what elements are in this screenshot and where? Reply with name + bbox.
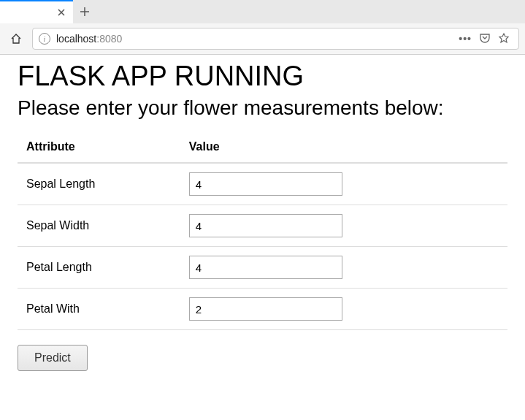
reader-pocket-icon[interactable]: [479, 32, 491, 46]
page-actions-icon[interactable]: •••: [459, 33, 472, 45]
tab-bar: [0, 0, 525, 23]
sepal-length-input[interactable]: [189, 172, 342, 196]
attr-label: Petal With: [18, 289, 180, 330]
attr-label: Sepal Width: [18, 205, 180, 247]
table-row: Sepal Width: [18, 205, 507, 247]
home-button[interactable]: [6, 28, 26, 49]
sepal-width-input[interactable]: [189, 214, 342, 237]
attr-label: Sepal Length: [18, 163, 180, 205]
page-content: FLASK APP RUNNING Please enter your flow…: [0, 61, 525, 371]
url-text: localhost:8080: [56, 33, 122, 45]
new-tab-button[interactable]: [73, 0, 96, 23]
table-row: Petal Length: [18, 247, 507, 289]
col-value: Value: [180, 131, 507, 163]
table-row: Petal With: [18, 289, 507, 330]
measurements-table: Attribute Value Sepal Length Sepal Width…: [18, 131, 507, 330]
browser-chrome: i localhost:8080 •••: [0, 0, 525, 55]
address-bar[interactable]: i localhost:8080 •••: [32, 28, 519, 50]
page-title: FLASK APP RUNNING: [18, 61, 507, 92]
address-row: i localhost:8080 •••: [0, 23, 525, 54]
petal-length-input[interactable]: [189, 256, 342, 279]
petal-width-input[interactable]: [189, 297, 342, 321]
browser-tab[interactable]: [0, 0, 73, 23]
table-row: Sepal Length: [18, 163, 507, 205]
bookmark-star-icon[interactable]: [498, 32, 510, 46]
site-info-icon[interactable]: i: [39, 33, 50, 45]
page-subtitle: Please enter your flower measurements be…: [18, 96, 507, 120]
url-host: localhost: [56, 33, 96, 45]
table-header-row: Attribute Value: [18, 131, 507, 163]
attr-label: Petal Length: [18, 247, 180, 289]
address-bar-actions: •••: [459, 32, 513, 46]
col-attribute: Attribute: [18, 131, 180, 163]
url-port: :8080: [96, 33, 122, 45]
close-icon[interactable]: [55, 7, 67, 18]
predict-button[interactable]: Predict: [18, 345, 88, 371]
